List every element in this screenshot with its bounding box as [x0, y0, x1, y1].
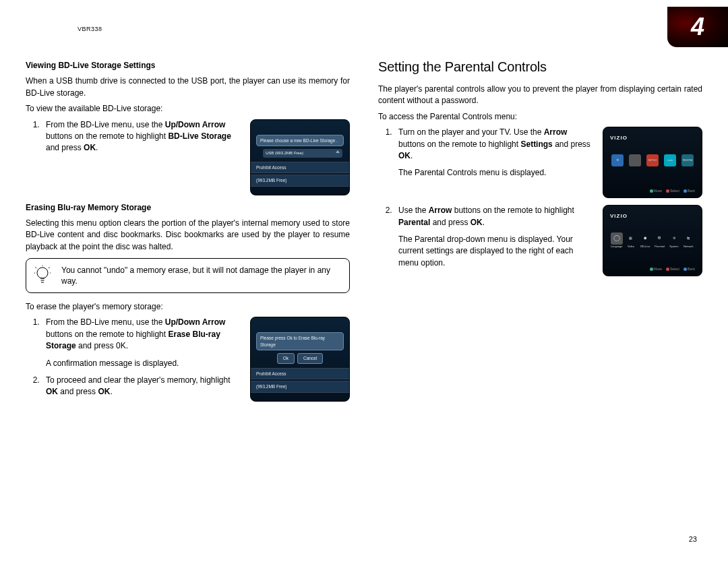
model-number: VBR338	[78, 26, 102, 32]
list-item: From the BD-Live menu, use the Up/Down A…	[42, 317, 241, 369]
text: To proceed and clear the player's memory…	[46, 375, 231, 385]
menu-line: (993.2MB Free)	[251, 381, 349, 392]
text: and press	[58, 387, 98, 396]
text: buttons on the remote to highlight	[398, 139, 520, 149]
hint: Move	[650, 189, 662, 193]
para-erase-how: To erase the player's memory storage:	[26, 301, 350, 313]
screenshot-settings-menu: VIZIO ◯Language ▦Video ⬢BD-Live ⛨Parenta…	[603, 205, 702, 276]
para-erase-intro: Selecting this menu option clears the po…	[26, 218, 350, 253]
text: buttons on the remote to highlight	[46, 131, 168, 141]
text: Please choose a new BD-Live Storage .	[260, 137, 338, 144]
tip-text: You cannot "undo" a memory erase, but it…	[61, 265, 341, 286]
text: buttons on the remote to highlight	[452, 206, 574, 215]
bold: BD-Live Storage	[168, 131, 231, 141]
text: From the BD-Live menu, use the	[46, 317, 165, 327]
bold: OK	[84, 143, 96, 152]
text: .	[110, 387, 112, 396]
para-bdlive-view: To view the available BD-Live storage:	[26, 103, 350, 115]
dialog-buttons: Ok Cancel	[251, 353, 349, 363]
hint-bar: Move Select Back	[610, 267, 695, 272]
netflix-icon: NETFLIX	[646, 154, 659, 166]
hint: Move	[650, 267, 662, 272]
menu-line: (993.2MB Free)	[251, 175, 349, 186]
text: Use the	[398, 206, 429, 215]
bdlive-icon: ⬢	[639, 232, 651, 245]
dialog-title: Please press Ok to Erase Blu-ray Storage	[256, 332, 344, 350]
settings-icon: ⚙	[611, 154, 624, 166]
text: and press	[430, 218, 470, 227]
step-text: Turn on the player and your TV. Use the …	[378, 127, 593, 185]
screenshot-bdlive-storage: Please choose a new BD-Live Storage . US…	[250, 119, 350, 195]
cancel-button: Cancel	[297, 353, 323, 363]
text: Move	[654, 267, 662, 271]
list-item: From the BD-Live menu, use the Up/Down A…	[42, 119, 241, 154]
step-row-parental-1: Turn on the player and your TV. Use the …	[378, 127, 702, 198]
bold: OK	[398, 151, 411, 160]
label: Parental	[654, 245, 666, 249]
step-row-erase: From the BD-Live menu, use the Up/Down A…	[26, 317, 350, 403]
svg-line-2	[36, 268, 37, 269]
list-item: To proceed and clear the player's memory…	[42, 375, 241, 398]
para-parental-access: To access the Parental Controls menu:	[378, 111, 702, 123]
vizio-logo: VIZIO	[610, 212, 695, 220]
chapter-number: 4	[691, 13, 704, 41]
menu-line: Prohibit Access	[251, 162, 349, 173]
app-icon	[629, 154, 641, 166]
parental-icon: ⛨	[654, 232, 666, 245]
label: System	[668, 245, 680, 249]
hint-bar: Move Select Back	[610, 189, 695, 193]
vizio-logo: VIZIO	[610, 134, 695, 142]
page-number: 23	[689, 535, 697, 543]
usb-option: USB (993.2MB Free)	[263, 149, 342, 158]
text: .	[483, 218, 485, 227]
screenshot-home-menu: VIZIO ⚙ NETFLIX vudu PANDORA Move Select…	[603, 127, 702, 198]
subhead-erase: Erasing Blu-ray Memory Storage	[26, 202, 350, 214]
para-bdlive-intro: When a USB thumb drive is connected to t…	[26, 75, 350, 99]
settings-icon-row: ◯Language ▦Video ⬢BD-Live ⛨Parental ⚙Sys…	[610, 232, 695, 249]
step-text: From the BD-Live menu, use the Up/Down A…	[26, 119, 241, 160]
globe-icon: ◯	[611, 232, 623, 245]
screenshot-erase-dialog: Please press Ok to Erase Blu-ray Storage…	[250, 317, 350, 401]
text: .	[411, 151, 413, 160]
pandora-icon: PANDORA	[681, 154, 694, 166]
text: Back	[688, 189, 695, 193]
bold: Arrow	[429, 206, 452, 215]
label: Language	[611, 245, 623, 249]
video-icon: ▦	[625, 232, 637, 245]
dialog-title: Please choose a new BD-Live Storage .	[256, 135, 344, 146]
label: BD-Live	[639, 245, 651, 249]
left-column: Viewing BD-Live Storage Settings When a …	[26, 57, 350, 410]
text: From the BD-Live menu, use the	[46, 120, 165, 129]
bold: Up/Down Arrow	[165, 120, 226, 129]
para: The Parental drop-down menu is displayed…	[398, 234, 593, 269]
bold: Arrow	[544, 127, 568, 137]
bold: Parental	[398, 218, 430, 227]
menu-item: ⬢BD-Live	[639, 232, 651, 249]
bold: OK	[46, 387, 58, 396]
step-row-parental-2: Use the Arrow buttons on the remote to h…	[378, 205, 702, 276]
bold: OK	[471, 218, 483, 227]
step-text: Use the Arrow buttons on the remote to h…	[378, 205, 593, 274]
bold: OK	[98, 387, 110, 396]
list-item: Use the Arrow buttons on the remote to h…	[394, 205, 593, 269]
text: and press	[553, 139, 590, 149]
text: .	[96, 143, 98, 152]
bold: Settings	[520, 139, 552, 149]
svg-line-3	[49, 268, 50, 269]
para: The Parental Controls menu is displayed.	[398, 167, 593, 179]
app-icon-row: ⚙ NETFLIX vudu PANDORA	[610, 154, 695, 166]
menu-line: Prohibit Access	[251, 368, 349, 379]
para: A confirmation message is displayed.	[46, 358, 241, 369]
text: and press	[46, 143, 84, 152]
lightbulb-icon	[33, 264, 52, 287]
menu-item: ◯Language	[611, 232, 623, 249]
text: Back	[688, 267, 695, 271]
menu-item: ⚙System	[668, 232, 680, 249]
text: buttons on the remote to highlight	[46, 330, 168, 339]
hint: Select	[666, 267, 679, 272]
bold: Up/Down Arrow	[165, 317, 226, 327]
section-heading-parental: Setting the Parental Controls	[378, 57, 702, 77]
label: Video	[625, 245, 637, 249]
system-icon: ⚙	[668, 232, 680, 245]
content-columns: Viewing BD-Live Storage Settings When a …	[26, 57, 702, 410]
